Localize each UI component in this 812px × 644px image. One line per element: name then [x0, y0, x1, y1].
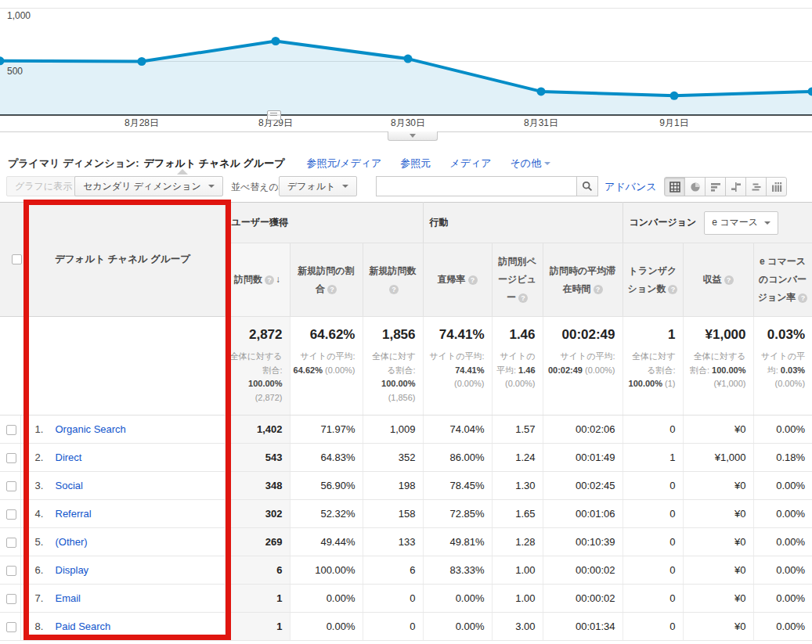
metric-cell: 1,009 [363, 416, 423, 444]
row-checkbox[interactable] [6, 425, 16, 435]
dimension-link-medium[interactable]: メディア [449, 157, 491, 171]
summary-value: 0.03% [757, 327, 806, 343]
annotations-pull-tab[interactable] [388, 131, 438, 141]
dimension-link-source[interactable]: 参照元 [400, 157, 431, 171]
performance-view-button[interactable] [705, 177, 726, 196]
metric-cell: 83.33% [423, 556, 492, 585]
channel-link[interactable]: Email [56, 592, 81, 604]
summary-cell-8: 0.03%サイトの平均: 0.03% (0.00%) [753, 317, 812, 416]
metric-cell: 0 [623, 585, 683, 613]
visits-line-chart: 1,000 500 8月28日8月29日8月30日8月31日9月1日 [0, 0, 812, 141]
metric-cell: 1 [623, 444, 683, 472]
help-icon[interactable]: ? [594, 285, 603, 294]
summary-subtext: サイトの平均: 0.03% (0.00%) [757, 350, 806, 391]
percentage-view-button[interactable] [684, 177, 706, 196]
channel-link[interactable]: Referral [56, 508, 92, 520]
metric-cell: ¥0 [683, 500, 753, 528]
data-point[interactable] [404, 55, 413, 63]
percentage-view-icon [690, 182, 701, 192]
select-all-checkbox[interactable] [12, 254, 22, 264]
annotation-marker-icon[interactable] [267, 110, 281, 121]
data-point[interactable] [138, 57, 146, 66]
column-header-label: 直帰率 [438, 274, 466, 285]
summary-cell-0: 2,872全体に対する割合: 100.00% (2,872) [225, 317, 290, 416]
summary-sub-value: 100.00% [381, 379, 415, 388]
table-row: 2.Direct54364.83%35286.00%1.2400:01:491¥… [0, 444, 812, 472]
secondary-dimension-button[interactable]: セカンダリ ディメンション [74, 176, 223, 196]
primary-dimension-selected[interactable]: デフォルト チャネル グループ [144, 157, 285, 171]
row-checkbox[interactable] [6, 594, 16, 604]
channel-link[interactable]: Social [56, 480, 83, 491]
search-input[interactable] [376, 176, 577, 196]
metric-cell: 00:02:45 [543, 472, 623, 500]
term-cloud-view-button[interactable] [745, 177, 767, 196]
sort-type-button[interactable]: デフォルト [279, 176, 357, 196]
column-header-2[interactable]: 新規訪問数? [363, 243, 423, 317]
row-checkbox[interactable] [6, 538, 16, 548]
column-header-4[interactable]: 訪問別ページビュー? [492, 243, 543, 317]
performance-view-icon [710, 182, 721, 192]
column-header-1[interactable]: 新規訪問の割合? [290, 243, 363, 317]
pivot-view-button[interactable] [766, 177, 787, 196]
table-row: 8.Paid Search10.00%00.00%3.0000:01:340¥0… [0, 613, 812, 641]
chevron-down-icon [544, 162, 550, 165]
row-checkbox[interactable] [6, 622, 16, 632]
metric-cell: 348 [225, 472, 290, 500]
summary-subtext: サイトの平均: 64.62% (0.00%) [294, 350, 355, 377]
chevron-down-icon [410, 134, 416, 138]
help-icon[interactable]: ? [468, 275, 478, 285]
help-icon[interactable]: ? [389, 285, 399, 294]
metric-cell: 00:01:49 [543, 444, 623, 472]
column-header-3[interactable]: 直帰率? [423, 243, 492, 317]
column-header-5[interactable]: 訪問時の平均滞在時間? [543, 243, 623, 317]
channel-link[interactable]: (Other) [56, 536, 88, 548]
row-checkbox[interactable] [6, 566, 16, 576]
comparison-view-button[interactable] [725, 177, 746, 196]
dimension-link-source-medium[interactable]: 参照元/メディア [307, 157, 382, 171]
column-header-0[interactable]: 訪問数?↓ [225, 243, 290, 317]
metric-cell: 302 [225, 500, 290, 528]
data-point[interactable] [272, 37, 280, 45]
channel-link[interactable]: Organic Search [56, 423, 126, 435]
summary-cell-4: 1.46サイトの平均: 1.46 (0.00%) [492, 317, 543, 416]
summary-sub-value: 100.00% [248, 379, 282, 388]
primary-dimension-row: プライマリ ディメンション: デフォルト チャネル グループ 参照元/メディア … [8, 157, 550, 171]
table-view-button[interactable] [664, 177, 685, 196]
data-point[interactable] [537, 87, 546, 95]
metric-cell: 6 [363, 556, 423, 585]
channel-link[interactable]: Display [56, 564, 89, 576]
channel-cell: 7.Email [20, 585, 225, 613]
help-icon[interactable]: ? [265, 275, 274, 285]
dimension-column-header[interactable]: デフォルト チャネル グループ [55, 253, 190, 266]
column-header-6[interactable]: トランザクション数? [623, 243, 683, 317]
sort-desc-icon[interactable]: ↓ [276, 274, 280, 285]
help-icon[interactable]: ? [668, 285, 677, 294]
summary-value: 74.41% [427, 327, 485, 343]
help-icon[interactable]: ? [518, 293, 528, 303]
metric-cell: 0 [623, 416, 683, 444]
column-header-7[interactable]: 収益? [683, 243, 753, 317]
data-point[interactable] [670, 92, 679, 100]
help-icon[interactable]: ? [798, 293, 807, 303]
channel-cell: 4.Referral [20, 500, 225, 528]
search-button[interactable] [576, 176, 598, 196]
row-checkbox[interactable] [6, 453, 16, 463]
row-checkbox[interactable] [6, 481, 16, 491]
metric-cell: 52.32% [290, 500, 363, 528]
help-icon[interactable]: ? [724, 275, 734, 285]
summary-sub-value: 00:02:49 [548, 365, 583, 375]
group-header-row: デフォルト チャネル グループ ユーザー獲得 行動 コンバージョン e コマース [0, 203, 812, 243]
summary-subtext: 全体に対する割合: 100.00% (1) [626, 350, 676, 391]
advanced-filter-link[interactable]: アドバンス [604, 180, 657, 194]
dimension-link-other[interactable]: その他 [511, 157, 551, 171]
conversion-goal-dropdown[interactable]: e コマース [704, 211, 778, 235]
row-checkbox[interactable] [6, 509, 16, 520]
summary-sub-paren: (0.00%) [775, 379, 806, 388]
channel-link[interactable]: Paid Search [56, 621, 111, 632]
search-icon [582, 181, 593, 192]
channel-link[interactable]: Direct [56, 452, 82, 463]
column-header-8[interactable]: e コマースのコンバージョン率? [753, 243, 812, 317]
help-icon[interactable]: ? [327, 285, 337, 294]
metric-cell: 269 [225, 528, 290, 556]
summary-sub-paren: (1,856) [388, 393, 416, 402]
